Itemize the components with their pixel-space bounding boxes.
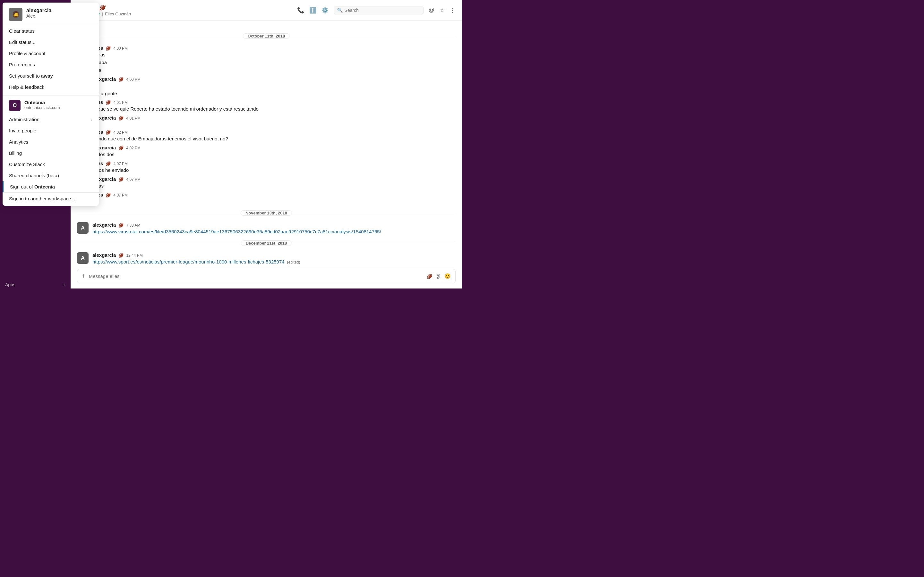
message-header: elies 🏈 4:01 PM (92, 99, 456, 105)
message-input-box: + 🏈 @ 😊 (77, 269, 456, 284)
message-time: 4:07 PM (113, 193, 128, 197)
search-input[interactable] (344, 8, 420, 13)
avatar-alexgarcia-nov: A (77, 222, 89, 234)
bookmark-icon[interactable]: ☆ (439, 7, 445, 14)
dropdown-item-customize-slack[interactable]: Customize Slack (3, 159, 99, 170)
dropdown-item-clear-status[interactable]: Clear status (3, 25, 99, 37)
message-link[interactable]: https://www.sport.es/es/noticias/premier… (92, 259, 284, 264)
message-group-elies-400: e elies 🏈 4:00 PM uenas estaba y ya (77, 45, 456, 74)
dropdown-item-analytics[interactable]: Analytics (3, 136, 99, 147)
dropdown-item-label: Invite people (9, 128, 36, 133)
divider-line (292, 213, 456, 213)
dropdown-workspace-info: Ontecnia ontecnia.slack.com (24, 100, 60, 110)
search-box[interactable]: 🔍 (334, 6, 423, 15)
search-icon: 🔍 (337, 8, 342, 13)
dropdown-workspace-section: O Ontecnia ontecnia.slack.com (3, 95, 99, 114)
dropdown-overlay: 🧔 alexgarcia Álex Clear status Edit stat… (0, 0, 99, 206)
message-author-emoji: 🏈 (105, 193, 111, 197)
message-link[interactable]: https://www.virustotal.com/es/file/d3560… (92, 229, 381, 234)
message-content: alexgarcia 🏈 4:01 PM (92, 115, 456, 127)
dropdown-item-billing[interactable]: Billing (3, 147, 99, 159)
date-label-dec21: December 21st, 2018 (241, 240, 292, 246)
message-group-alexgarcia-dec21: A alexgarcia 🏈 12:44 PM https://www.spor… (77, 252, 456, 265)
message-text: ya (92, 82, 456, 89)
message-time: 4:07 PM (113, 161, 128, 166)
message-author-emoji: 🏈 (118, 177, 124, 182)
message-header: alexgarcia 🏈 4:02 PM (92, 145, 456, 150)
message-text: acias (92, 182, 456, 189)
divider-line (77, 213, 241, 213)
more-options-icon[interactable]: ⋮ (450, 7, 456, 14)
message-header: elies 🏈 4:02 PM (92, 129, 456, 135)
dropdown-item-administration[interactable]: Administration › (3, 114, 99, 125)
main-content: ☆ elies 🏈 active | Elies Guzmán 📞 (71, 0, 462, 288)
message-group-elies-402: e elies 🏈 4:02 PM ciendo que con el de E… (77, 129, 456, 142)
dropdown-item-sign-out[interactable]: Sign out of Ontecnia (3, 181, 99, 192)
date-divider-dec21: December 21st, 2018 (77, 240, 456, 246)
dropdown-item-invite-people[interactable]: Invite people (3, 125, 99, 136)
message-edited-label: (edited) (287, 260, 300, 264)
message-attach-icon[interactable]: + (82, 272, 86, 280)
message-author-emoji: 🏈 (105, 100, 111, 105)
message-author-emoji: 🏈 (118, 223, 124, 227)
message-header: elies 🏈 4:07 PM (92, 161, 456, 166)
message-time: 4:00 PM (113, 46, 128, 51)
dropdown-user-section: 🧔 alexgarcia Álex (3, 3, 99, 25)
apps-label: Apps (5, 282, 15, 287)
message-text: a, que se ve quie Roberto ha estado toca… (92, 105, 456, 113)
dropdown-item-edit-status[interactable]: Edit status... (3, 37, 99, 48)
dropdown-item-help-feedback[interactable]: Help & feedback (3, 81, 99, 93)
settings-icon[interactable]: ⚙️ (321, 7, 328, 14)
message-time: 12:44 PM (126, 253, 142, 258)
divider-line (77, 243, 241, 243)
emoji-icon[interactable]: 😊 (444, 273, 451, 279)
dropdown-item-shared-channels[interactable]: Shared channels (beta) (3, 170, 99, 181)
date-divider-oct11: October 11th, 2018 (77, 33, 456, 39)
message-author: alexgarcia (92, 222, 116, 227)
message-header: alexgarcia 🏈 4:00 PM (92, 76, 456, 82)
message-group-elies-407a: e elies 🏈 4:07 PM te los he enviado (77, 161, 456, 174)
apps-section[interactable]: Apps + (0, 281, 71, 288)
message-content: elies 🏈 4:01 PM a, que se ve quie Robert… (92, 99, 456, 113)
message-text: . (92, 198, 456, 205)
call-icon[interactable]: 📞 (297, 7, 304, 14)
message-author-emoji: 🏈 (118, 77, 124, 82)
dropdown-item-profile-account[interactable]: Profile & account (3, 48, 99, 59)
message-input[interactable] (89, 274, 423, 279)
message-text: de los dos (92, 151, 456, 158)
message-input-area: + 🏈 @ 😊 (71, 265, 462, 288)
message-group-elies-401: e elies 🏈 4:01 PM a, que se ve quie Robe… (77, 99, 456, 113)
message-header: alexgarcia 🏈 4:01 PM (92, 115, 456, 121)
dropdown-user-avatar: 🧔 (9, 8, 23, 21)
dropdown-item-label: Shared channels (beta) (9, 173, 59, 178)
message-text: te los he enviado (92, 167, 456, 174)
message-text: https://www.sport.es/es/noticias/premier… (92, 258, 456, 265)
apps-add-icon[interactable]: + (63, 282, 65, 287)
message-author: alexgarcia (92, 252, 116, 258)
dropdown-sign-in-another[interactable]: Sign in to another workspace... (3, 192, 99, 206)
dropdown-divider (3, 94, 99, 94)
administration-arrow-icon: › (91, 117, 92, 122)
message-content: elies 🏈 4:00 PM uenas estaba y ya (92, 45, 456, 74)
dropdown-item-label: Clear status (9, 28, 35, 34)
message-content: alexgarcia 🏈 4:02 PM de los dos (92, 145, 456, 158)
dropdown-item-preferences[interactable]: Preferences (3, 59, 99, 70)
message-text: uenas (92, 51, 456, 58)
message-time: 4:02 PM (113, 130, 128, 135)
message-author-emoji: 🏈 (118, 253, 124, 258)
message-group-alexgarcia-402: A alexgarcia 🏈 4:02 PM de los dos (77, 145, 456, 158)
at-icon[interactable]: @ (435, 274, 441, 279)
dropdown-item-label: Billing (9, 150, 22, 156)
dropdown-item-set-away[interactable]: Set yourself to away (3, 70, 99, 81)
message-time: 4:07 PM (126, 177, 141, 182)
message-time: 4:02 PM (126, 146, 141, 150)
apps-label-container: Apps (5, 282, 15, 287)
message-author-emoji: 🏈 (105, 130, 111, 135)
away-bold: away (41, 73, 53, 79)
channel-emoji: 🏈 (99, 5, 106, 11)
info-icon[interactable]: ℹ️ (309, 7, 317, 14)
message-content: alexgarcia 🏈 12:44 PM https://www.sport.… (92, 252, 456, 265)
message-header: elies 🏈 4:00 PM (92, 45, 456, 51)
message-text: https://www.virustotal.com/es/file/d3560… (92, 228, 456, 235)
at-mention-icon[interactable]: @ (429, 7, 435, 13)
